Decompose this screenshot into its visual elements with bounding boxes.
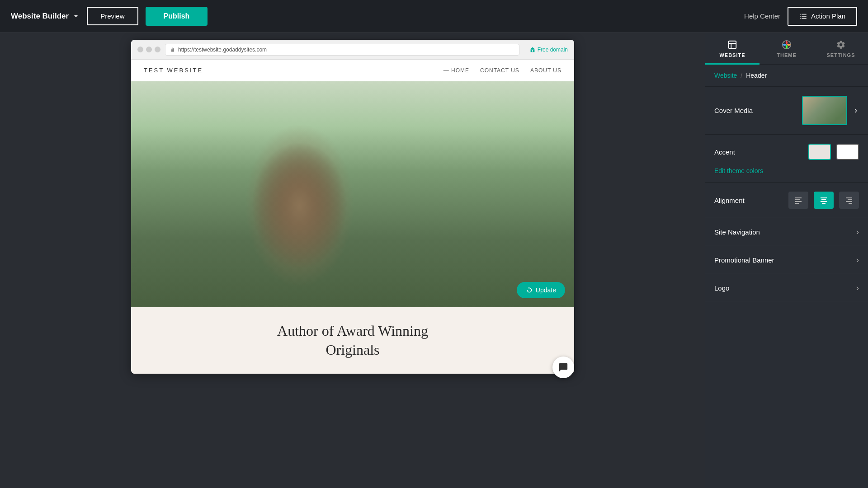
svg-rect-0: [729, 41, 736, 49]
theme-icon: [782, 40, 792, 50]
breadcrumb-separator: /: [741, 72, 742, 79]
svg-rect-6: [795, 201, 802, 202]
nav-link-about[interactable]: ABOUT US: [530, 67, 561, 74]
alignment-label: Alignment: [714, 197, 783, 204]
chat-button[interactable]: [552, 357, 574, 378]
svg-rect-12: [846, 197, 852, 198]
breadcrumb-parent[interactable]: Website: [714, 72, 737, 79]
align-center-button[interactable]: [814, 192, 834, 209]
brand-logo[interactable]: Website Builder: [11, 12, 80, 21]
edit-theme-colors-link[interactable]: Edit theme colors: [714, 167, 763, 174]
update-button[interactable]: Update: [517, 282, 565, 298]
svg-rect-7: [795, 203, 799, 204]
cover-media-thumbnail[interactable]: [802, 96, 847, 125]
browser-dot-red: [137, 47, 143, 52]
breadcrumb-current: Header: [746, 72, 767, 79]
align-left-button[interactable]: [788, 192, 808, 209]
accent-label: Accent: [714, 148, 803, 156]
cover-media-row: Cover Media ›: [705, 87, 868, 134]
browser-dot-green: [155, 47, 160, 52]
settings-icon: [836, 40, 846, 50]
nav-link-contact[interactable]: CONTACT US: [480, 67, 519, 74]
browser-chrome: https://testwebsite.godaddysites.com Fre…: [131, 40, 574, 60]
breadcrumb: Website / Header: [705, 65, 868, 87]
canvas-wrapper: https://testwebsite.godaddysites.com Fre…: [131, 40, 574, 374]
logo-section[interactable]: Logo ›: [705, 274, 868, 302]
main-area: https://testwebsite.godaddysites.com Fre…: [0, 33, 868, 488]
browser-frame: https://testwebsite.godaddysites.com Fre…: [131, 40, 574, 374]
svg-rect-8: [821, 197, 827, 198]
list-icon: [799, 12, 807, 20]
right-panel: WEBSITE THEME SETTINGS Website /: [705, 33, 868, 488]
cover-media-label: Cover Media: [714, 107, 797, 114]
free-domain-label: Free domain: [538, 47, 568, 53]
free-domain[interactable]: Free domain: [529, 47, 568, 53]
accent-swatch-2[interactable]: [836, 144, 859, 160]
align-left-icon: [794, 196, 802, 204]
site-navigation-bar: TEST WEBSITE — HOME CONTACT US ABOUT US: [131, 60, 574, 81]
alignment-section: Alignment: [705, 183, 868, 218]
accent-swatch-1[interactable]: [808, 144, 831, 160]
cover-media-chevron[interactable]: ›: [853, 104, 859, 117]
logo-chevron: ›: [856, 283, 859, 293]
align-right-button[interactable]: [839, 192, 859, 209]
site-nav-links: — HOME CONTACT US ABOUT US: [443, 67, 561, 74]
promotional-banner-section[interactable]: Promotional Banner ›: [705, 246, 868, 274]
lock-icon: [170, 47, 175, 52]
alignment-row: Alignment: [714, 192, 859, 209]
chat-icon: [558, 362, 568, 372]
hero-image: [131, 81, 574, 307]
canvas-area: https://testwebsite.godaddysites.com Fre…: [0, 33, 705, 488]
browser-address-bar[interactable]: https://testwebsite.godaddysites.com: [165, 44, 519, 56]
align-right-icon: [845, 196, 853, 204]
action-plan-label: Action Plan: [811, 12, 845, 20]
tab-theme[interactable]: THEME: [760, 33, 814, 65]
svg-rect-15: [849, 203, 852, 204]
tab-website[interactable]: WEBSITE: [705, 33, 760, 65]
hero-text-area: Author of Award WinningOriginals: [131, 307, 574, 374]
panel-tabs: WEBSITE THEME SETTINGS: [705, 33, 868, 65]
cover-media-section: Cover Media ›: [705, 87, 868, 135]
svg-rect-14: [846, 201, 852, 202]
update-label: Update: [536, 286, 556, 294]
svg-rect-11: [822, 203, 826, 204]
gift-icon: [529, 47, 536, 53]
site-navigation-label: Site Navigation: [714, 228, 856, 236]
svg-rect-4: [795, 197, 802, 198]
svg-rect-9: [821, 199, 826, 200]
action-plan-button[interactable]: Action Plan: [788, 7, 857, 26]
help-center-button[interactable]: Help Center: [744, 12, 780, 20]
browser-url: https://testwebsite.godaddysites.com: [178, 47, 267, 53]
svg-rect-10: [821, 201, 827, 202]
logo-label: Logo: [714, 284, 856, 292]
site-navigation-chevron: ›: [856, 227, 859, 237]
promotional-banner-label: Promotional Banner: [714, 256, 856, 264]
publish-button[interactable]: Publish: [146, 7, 208, 26]
site-title: TEST WEBSITE: [144, 67, 203, 74]
brand-label: Website Builder: [11, 12, 69, 21]
tab-website-label: WEBSITE: [719, 52, 745, 58]
hero-image-container: Update: [131, 81, 574, 307]
tab-settings[interactable]: SETTINGS: [814, 33, 868, 65]
svg-rect-5: [795, 199, 800, 200]
chevron-down-icon: [72, 13, 80, 20]
promotional-banner-chevron: ›: [856, 255, 859, 265]
svg-rect-13: [848, 199, 852, 200]
accent-row: Accent: [714, 144, 859, 160]
refresh-icon: [526, 286, 533, 294]
nav-link-home[interactable]: — HOME: [443, 67, 469, 74]
accent-section: Accent Edit theme colors: [705, 135, 868, 183]
preview-button[interactable]: Preview: [87, 7, 138, 25]
tab-theme-label: THEME: [777, 52, 797, 58]
website-icon: [727, 40, 737, 50]
browser-dot-yellow: [146, 47, 152, 52]
hero-headline: Author of Award WinningOriginals: [142, 322, 563, 359]
topbar: Website Builder Preview Publish Help Cen…: [0, 0, 868, 33]
align-center-icon: [820, 196, 828, 204]
browser-dots: [137, 47, 160, 52]
tab-settings-label: SETTINGS: [826, 52, 855, 58]
site-navigation-section[interactable]: Site Navigation ›: [705, 218, 868, 246]
